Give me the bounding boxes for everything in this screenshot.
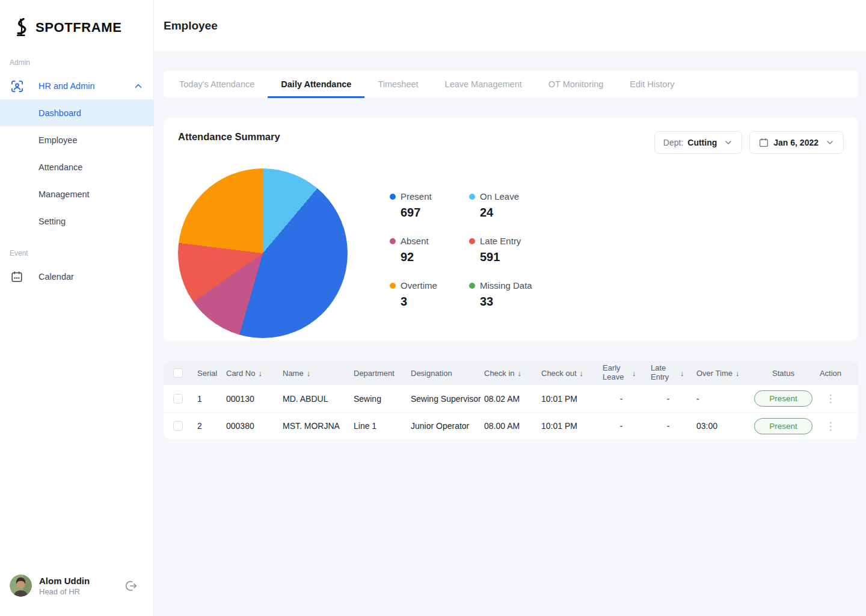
sidebar: SPOTFRAME Admin HR and Admin Dashboard E… [0, 0, 154, 616]
column-header-over-time[interactable]: Over Time↓ [696, 369, 754, 378]
sort-icon[interactable]: ↓ [518, 369, 522, 378]
chevron-down-icon [825, 138, 835, 147]
legend-dot [469, 283, 475, 289]
attendance-table: Serial Card No↓ Name↓ Department Designa… [164, 361, 858, 439]
row-checkbox[interactable] [173, 421, 183, 431]
sidebar-item-management[interactable]: Management [0, 180, 153, 208]
tab-label: Daily Attendance [281, 79, 351, 89]
column-header-designation: Designation [411, 369, 484, 378]
date-filter-value: Jan 6, 2022 [773, 138, 818, 147]
sidebar-item-label: Management [38, 189, 90, 199]
profile-role: Head of HR [39, 587, 90, 596]
select-all-checkbox[interactable] [173, 368, 183, 378]
user-profile: Alom Uddin Head of HR [0, 565, 153, 606]
sidebar-item-attendance[interactable]: Attendance [0, 153, 153, 180]
sidebar-section-event-label: Event [0, 242, 153, 263]
pie-legend: Present 697 On Leave 24 Absent 92 Late E… [390, 191, 571, 338]
column-header-early-leave[interactable]: Early Leave↓ [603, 364, 651, 382]
cell-card-no: 000380 [226, 421, 283, 431]
column-header-check-in[interactable]: Check in↓ [484, 369, 541, 378]
sidebar-item-calendar[interactable]: Calendar [0, 263, 153, 290]
sidebar-item-dashboard[interactable]: Dashboard [0, 99, 153, 126]
sort-icon[interactable]: ↓ [307, 369, 311, 378]
cell-department: Sewing [354, 394, 411, 404]
tab-daily-attendance[interactable]: Daily Attendance [268, 70, 364, 98]
legend-dot [469, 194, 475, 200]
tab-edit-history[interactable]: Edit History [616, 70, 687, 98]
sidebar-item-hr-and-admin[interactable]: HR and Admin [0, 73, 153, 99]
tab-timesheet[interactable]: Timesheet [364, 70, 431, 98]
sidebar-item-label: Employee [38, 135, 77, 145]
column-header-name[interactable]: Name↓ [283, 369, 354, 378]
tab-label: Leave Management [445, 79, 522, 89]
tab-label: Edit History [630, 79, 674, 89]
date-filter-dropdown[interactable]: Jan 6, 2022 [749, 131, 844, 154]
cell-check-out: 10:01 PM [541, 421, 603, 431]
sidebar-item-employee[interactable]: Employee [0, 126, 153, 153]
sidebar-item-setting[interactable]: Setting [0, 208, 153, 235]
status-badge: Present [754, 390, 812, 407]
user-scan-icon [10, 79, 24, 93]
column-header-serial: Serial [197, 369, 226, 378]
legend-dot [390, 283, 396, 289]
legend-item-late-entry: Late Entry 591 [469, 236, 571, 264]
summary-filters: Dept: Cutting Jan 6, 2022 [654, 131, 844, 154]
cell-late-entry: - [651, 394, 696, 404]
sort-icon[interactable]: ↓ [632, 369, 636, 378]
legend-label: Missing Data [480, 280, 532, 291]
page-header: Employee [154, 0, 866, 51]
column-header-action: Action [812, 369, 849, 378]
sort-icon[interactable]: ↓ [735, 369, 740, 378]
legend-label: On Leave [480, 191, 519, 202]
column-header-department: Department [354, 369, 411, 378]
attendance-summary-card: Attendance Summary Dept: Cutting [164, 118, 858, 340]
sort-icon[interactable]: ↓ [258, 369, 262, 378]
legend-label: Absent [401, 236, 429, 246]
legend-item-on-leave: On Leave 24 [469, 191, 571, 220]
avatar[interactable] [10, 574, 32, 597]
dept-filter-dropdown[interactable]: Dept: Cutting [654, 131, 742, 154]
row-checkbox[interactable] [173, 394, 183, 404]
legend-label: Present [401, 191, 432, 202]
spotframe-logo-icon [13, 18, 30, 37]
tab-label: OT Monitoring [548, 79, 604, 89]
column-header-card-no[interactable]: Card No↓ [226, 369, 283, 378]
sort-icon[interactable]: ↓ [580, 369, 584, 378]
sidebar-item-label: Attendance [38, 162, 82, 172]
cell-designation: Junior Operator [411, 421, 484, 431]
cell-check-out: 10:01 PM [541, 394, 603, 404]
row-actions-kebab-icon[interactable]: ⋮ [826, 393, 836, 404]
table-row[interactable]: 1 000130 MD. ABDUL Sewing Sewing Supervi… [164, 385, 858, 412]
legend-item-overtime: Overtime 3 [390, 280, 469, 309]
attendance-pie-chart [178, 168, 348, 338]
sidebar-item-label: Setting [38, 217, 66, 226]
row-actions-kebab-icon[interactable]: ⋮ [826, 421, 836, 431]
logout-icon[interactable] [124, 579, 138, 593]
sidebar-subnav: Dashboard Employee Attendance Management… [0, 99, 153, 235]
tab-todays-attendance[interactable]: Today's Attendance [166, 70, 268, 98]
cell-check-in: 08.02 AM [484, 394, 541, 404]
table-header-row: Serial Card No↓ Name↓ Department Designa… [164, 361, 858, 385]
tab-ot-monitoring[interactable]: OT Monitoring [535, 70, 617, 98]
cell-name: MST. MORJNA [283, 421, 354, 431]
calendar-icon [758, 137, 769, 148]
cell-card-no: 000130 [226, 394, 283, 404]
cell-early-leave: - [603, 394, 651, 404]
legend-item-missing-data: Missing Data 33 [469, 280, 571, 309]
sidebar-section-admin-label: Admin [0, 51, 153, 73]
legend-value: 92 [401, 250, 469, 264]
main-area: Employee Today's Attendance Daily Attend… [154, 0, 866, 616]
column-header-late-entry[interactable]: Late Entry↓ [651, 364, 696, 382]
tab-leave-management[interactable]: Leave Management [432, 70, 535, 98]
cell-serial: 1 [197, 394, 226, 404]
legend-dot [390, 194, 396, 200]
dept-filter-value: Cutting [687, 138, 717, 147]
legend-value: 591 [480, 250, 571, 264]
sidebar-item-label: Dashboard [38, 108, 81, 118]
column-header-check-out[interactable]: Check out↓ [541, 369, 603, 378]
legend-item-present: Present 697 [390, 191, 469, 220]
tab-bar: Today's Attendance Daily Attendance Time… [164, 70, 858, 98]
sort-icon[interactable]: ↓ [680, 369, 684, 378]
cell-name: MD. ABDUL [283, 394, 354, 404]
table-row[interactable]: 2 000380 MST. MORJNA Line 1 Junior Opera… [164, 412, 858, 439]
